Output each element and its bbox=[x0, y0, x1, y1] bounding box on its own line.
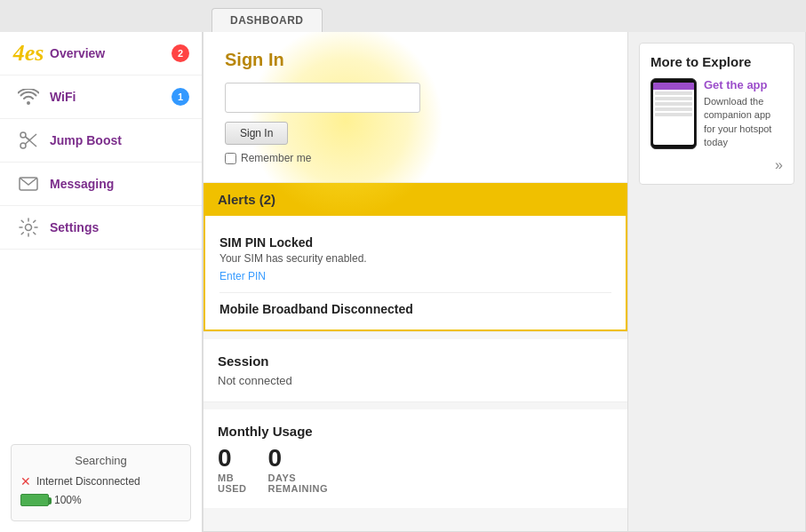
app-promo-title: Get the app bbox=[704, 78, 783, 91]
enter-pin-link[interactable]: Enter PIN bbox=[219, 270, 266, 282]
screen-row-5 bbox=[655, 113, 692, 116]
internet-status-row: ✕ Internet Disconnected bbox=[20, 474, 181, 488]
internet-status-label: Internet Disconnected bbox=[36, 475, 140, 488]
logo-icon: 4es bbox=[14, 41, 43, 66]
sidebar-label-jumpboost: Jump Boost bbox=[50, 133, 122, 147]
alerts-header: Alerts (2) bbox=[203, 183, 627, 216]
main-panel: Sign In Sign In Remember me Alerts (2) S… bbox=[203, 32, 627, 531]
tab-bar: DASHBOARD bbox=[0, 0, 806, 32]
alert-title-0: SIM PIN Locked bbox=[219, 235, 611, 250]
app-promo-desc: Download the companion app for your hots… bbox=[704, 95, 783, 150]
wifi-icon bbox=[14, 84, 43, 109]
screen-row-1 bbox=[655, 91, 692, 95]
usage-mb-value: 0 bbox=[218, 444, 232, 472]
screen-row-4 bbox=[655, 107, 692, 111]
sidebar-label-overview: Overview bbox=[50, 46, 105, 60]
explore-card: More to Explore Get the app bbox=[639, 43, 794, 185]
screen-row-3 bbox=[655, 102, 692, 106]
password-input[interactable] bbox=[225, 83, 420, 113]
sidebar-item-jumpboost[interactable]: Jump Boost bbox=[0, 119, 202, 163]
sidebar-badge-wifi: 1 bbox=[172, 88, 189, 106]
sidebar-nav: 4es Overview 2 WiFi 1 bbox=[0, 32, 202, 433]
svg-point-0 bbox=[20, 143, 26, 148]
remember-label: Remember me bbox=[241, 152, 311, 164]
sidebar: 4es Overview 2 WiFi 1 bbox=[0, 32, 203, 532]
signin-content: Sign In Sign In Remember me bbox=[225, 50, 606, 164]
tab-dashboard[interactable]: DASHBOARD bbox=[211, 8, 323, 32]
sidebar-item-wifi[interactable]: WiFi 1 bbox=[0, 75, 202, 119]
sidebar-item-settings[interactable]: Settings bbox=[0, 206, 202, 250]
remember-row: Remember me bbox=[225, 152, 606, 164]
more-arrow[interactable]: » bbox=[650, 157, 783, 173]
envelope-icon bbox=[14, 171, 43, 196]
session-section: Session Not connected bbox=[203, 339, 627, 402]
phone-screen-bar bbox=[653, 83, 694, 90]
usage-mb: 0 MBUSED bbox=[218, 444, 247, 494]
svg-point-6 bbox=[26, 225, 32, 231]
usage-days-value: 0 bbox=[268, 444, 283, 472]
gear-icon bbox=[14, 215, 43, 240]
signin-section: Sign In Sign In Remember me bbox=[203, 32, 627, 183]
remember-checkbox[interactable] bbox=[225, 153, 236, 164]
sidebar-badge-overview: 2 bbox=[172, 44, 189, 62]
usage-days: 0 DAYSREMAINING bbox=[268, 444, 328, 494]
phone-screen bbox=[653, 83, 694, 145]
session-status: Not connected bbox=[218, 374, 613, 387]
usage-days-unit: DAYSREMAINING bbox=[268, 472, 328, 494]
usage-row: 0 MBUSED 0 DAYSREMAINING bbox=[218, 444, 613, 494]
signin-title: Sign In bbox=[225, 50, 606, 70]
signin-button[interactable]: Sign In bbox=[225, 122, 288, 145]
explore-title: More to Explore bbox=[650, 54, 783, 69]
alert-title-1: Mobile Broadband Disconnected bbox=[219, 302, 611, 316]
sidebar-item-overview[interactable]: 4es Overview 2 bbox=[0, 32, 202, 75]
usage-section: Monthly Usage 0 MBUSED 0 DAYSREMAINING bbox=[203, 409, 627, 508]
sidebar-status-panel: Searching ✕ Internet Disconnected 100% bbox=[11, 444, 191, 521]
content-area: Sign In Sign In Remember me Alerts (2) S… bbox=[203, 32, 806, 532]
right-panel: More to Explore Get the app bbox=[627, 32, 805, 531]
alert-item-1: Mobile Broadband Disconnected bbox=[219, 293, 611, 316]
battery-icon bbox=[20, 494, 49, 506]
battery-status-row: 100% bbox=[20, 494, 181, 506]
scissors-icon bbox=[14, 128, 43, 153]
sidebar-item-messaging[interactable]: Messaging bbox=[0, 163, 202, 206]
app-promo: Get the app Download the companion app f… bbox=[650, 78, 783, 150]
alerts-body: SIM PIN Locked Your SIM has security ena… bbox=[203, 216, 627, 331]
main-layout: 4es Overview 2 WiFi 1 bbox=[0, 32, 806, 532]
sidebar-label-settings: Settings bbox=[50, 220, 99, 234]
screen-row-2 bbox=[655, 97, 692, 100]
sidebar-label-messaging: Messaging bbox=[50, 177, 114, 191]
app-info: Get the app Download the companion app f… bbox=[704, 78, 783, 150]
status-title: Searching bbox=[20, 454, 181, 467]
alert-desc-0: Your SIM has security enabled. bbox=[219, 252, 611, 265]
usage-title: Monthly Usage bbox=[218, 424, 613, 439]
sidebar-label-wifi: WiFi bbox=[50, 90, 76, 104]
usage-mb-unit: MBUSED bbox=[218, 472, 247, 494]
phone-mockup bbox=[650, 78, 697, 149]
session-title: Session bbox=[218, 353, 613, 369]
svg-point-1 bbox=[20, 132, 26, 138]
alerts-section: Alerts (2) SIM PIN Locked Your SIM has s… bbox=[203, 183, 627, 332]
battery-label: 100% bbox=[54, 494, 82, 506]
alert-item-0: SIM PIN Locked Your SIM has security ena… bbox=[219, 226, 611, 293]
disconnected-icon: ✕ bbox=[20, 474, 31, 488]
